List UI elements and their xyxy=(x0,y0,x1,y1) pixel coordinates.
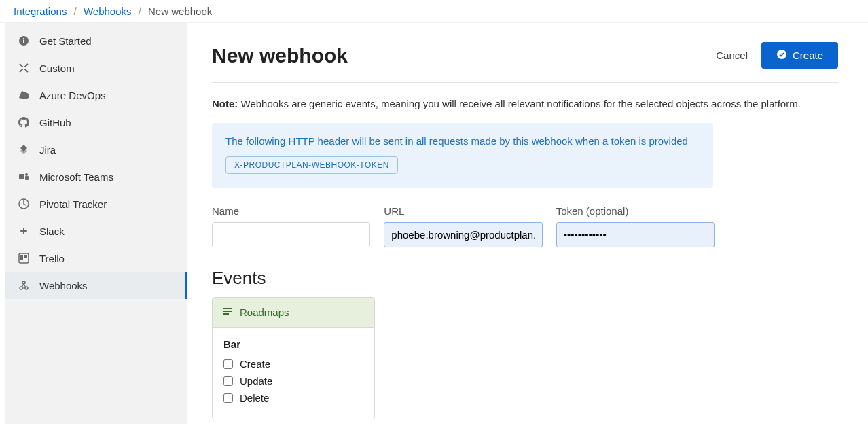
events-panel-header-label: Roadmaps xyxy=(240,306,289,318)
svg-rect-1 xyxy=(23,40,24,43)
sidebar-item-label: Azure DevOps xyxy=(39,90,106,101)
slack-icon xyxy=(18,225,30,237)
event-row-create: Create xyxy=(223,355,363,372)
svg-rect-8 xyxy=(23,228,24,234)
sidebar-item-label: Jira xyxy=(39,144,56,156)
pivotal-icon xyxy=(18,198,30,210)
sidebar-item-label: Trello xyxy=(39,253,65,264)
trello-icon xyxy=(18,252,30,264)
event-checkbox-delete[interactable] xyxy=(223,393,233,403)
token-input[interactable] xyxy=(556,222,715,247)
form-row: Name URL Token (optional) xyxy=(212,205,715,247)
event-row-delete: Delete xyxy=(223,389,363,406)
sidebar-item-label: Microsoft Teams xyxy=(39,171,113,183)
webhook-icon xyxy=(18,279,30,292)
check-circle-icon xyxy=(776,49,787,62)
github-icon xyxy=(18,116,30,128)
jira-icon xyxy=(18,143,30,156)
event-label: Delete xyxy=(240,392,269,404)
token-label: Token (optional) xyxy=(556,205,715,217)
list-icon xyxy=(222,306,233,319)
sidebar-item-label: Get Started xyxy=(39,35,92,47)
teams-icon xyxy=(18,171,30,183)
info-box-text: The following HTTP header will be sent i… xyxy=(225,135,700,147)
breadcrumb-link-webhooks[interactable]: Webhooks xyxy=(84,5,132,17)
svg-point-14 xyxy=(22,281,25,284)
event-row-update: Update xyxy=(223,372,363,389)
info-circle-icon xyxy=(18,35,30,47)
url-label: URL xyxy=(384,205,542,217)
svg-rect-5 xyxy=(25,176,29,180)
sidebar-item-slack[interactable]: Slack xyxy=(5,217,187,245)
sidebar-item-get-started[interactable]: Get Started xyxy=(5,27,187,54)
events-panel: Roadmaps Bar Create Update Delete xyxy=(212,297,375,419)
svg-rect-3 xyxy=(19,174,24,179)
event-checkbox-update[interactable] xyxy=(223,376,233,386)
svg-point-4 xyxy=(25,173,28,176)
breadcrumb-link-integrations[interactable]: Integrations xyxy=(14,5,67,17)
sidebar-item-github[interactable]: GitHub xyxy=(5,109,187,136)
event-checkbox-create[interactable] xyxy=(223,359,233,369)
token-header-chip: X-PRODUCTPLAN-WEBHOOK-TOKEN xyxy=(225,156,398,174)
sidebar-item-microsoft-teams[interactable]: Microsoft Teams xyxy=(5,163,187,190)
breadcrumb-sep: / xyxy=(74,5,77,17)
sidebar-item-label: Slack xyxy=(39,226,65,237)
azure-icon xyxy=(18,89,30,101)
name-input[interactable] xyxy=(212,222,370,247)
breadcrumb: Integrations / Webhooks / New webhook xyxy=(0,0,868,23)
sidebar: Get Started Custom Azure DevOps GitHub J… xyxy=(5,23,187,424)
create-button-label: Create xyxy=(793,50,823,61)
info-box: The following HTTP header will be sent i… xyxy=(212,123,713,188)
breadcrumb-sep: / xyxy=(139,5,141,17)
sidebar-item-trello[interactable]: Trello xyxy=(5,245,187,272)
sidebar-item-jira[interactable]: Jira xyxy=(5,136,187,163)
svg-point-15 xyxy=(777,50,786,59)
note-line: Note: Webhooks are generic events, meani… xyxy=(212,98,838,109)
url-input[interactable] xyxy=(384,222,542,247)
svg-point-2 xyxy=(23,38,24,39)
event-label: Update xyxy=(240,375,272,387)
note-label: Note: xyxy=(212,98,238,109)
sidebar-item-label: Webhooks xyxy=(39,280,88,292)
breadcrumb-current: New webhook xyxy=(148,5,212,17)
page-title: New webhook xyxy=(212,44,348,67)
svg-rect-11 xyxy=(24,255,27,258)
sidebar-item-pivotal-tracker[interactable]: Pivotal Tracker xyxy=(5,190,187,217)
main-content: New webhook Cancel Create Note: Webhooks… xyxy=(187,23,868,424)
sidebar-item-custom[interactable]: Custom xyxy=(5,54,187,82)
page-header: New webhook Cancel Create xyxy=(212,42,838,83)
sidebar-item-label: GitHub xyxy=(39,117,71,128)
sidebar-item-azure-devops[interactable]: Azure DevOps xyxy=(5,82,187,109)
events-title: Events xyxy=(212,268,838,289)
create-button[interactable]: Create xyxy=(761,42,838,69)
cancel-button[interactable]: Cancel xyxy=(716,50,748,61)
svg-rect-10 xyxy=(20,255,23,260)
name-label: Name xyxy=(212,205,370,217)
sidebar-item-label: Pivotal Tracker xyxy=(39,198,107,210)
events-group-name: Bar xyxy=(223,338,363,350)
events-panel-header[interactable]: Roadmaps xyxy=(213,298,374,328)
sidebar-item-webhooks[interactable]: Webhooks xyxy=(5,272,187,299)
event-label: Create xyxy=(240,358,270,370)
wrench-cross-icon xyxy=(18,62,30,74)
note-text: Webhooks are generic events, meaning you… xyxy=(238,98,800,109)
sidebar-item-label: Custom xyxy=(39,63,75,74)
